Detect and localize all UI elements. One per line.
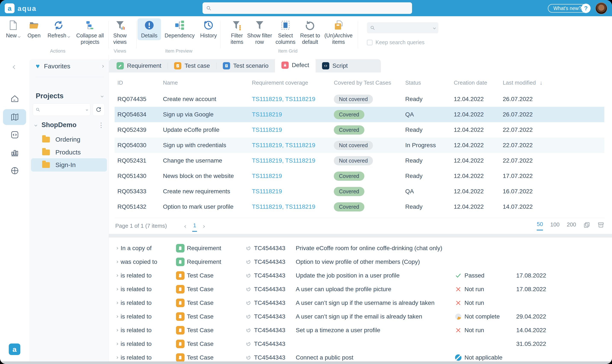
show-views-button[interactable]: Show views [108, 20, 132, 45]
item-id-link[interactable]: TC4544343 [254, 272, 285, 279]
coverage-links[interactable]: TS1118219, TS1118219 [252, 142, 334, 149]
item-id-link[interactable]: TC4544343 [254, 259, 285, 265]
item-id-link[interactable]: TC4544343 [254, 299, 285, 306]
reports-chart-icon[interactable] [10, 148, 20, 158]
new-button[interactable]: New [1, 20, 25, 39]
tab-test-scenario[interactable]: Test scenario [217, 59, 275, 72]
project-tree-root[interactable]: ShopDemo ⋮ [29, 120, 109, 130]
relation-row[interactable]: is related to Test Case TC4544343 Update… [115, 269, 606, 282]
col-header-modified[interactable]: Last modified↓ [503, 79, 604, 86]
expand-chevron-icon[interactable] [116, 329, 118, 331]
tab-requirement[interactable]: Requirement [110, 59, 168, 72]
sidebar-item-products[interactable]: Products [31, 146, 107, 159]
ribbon-search-input[interactable] [367, 22, 438, 33]
col-header-id[interactable]: ID [117, 79, 163, 86]
item-id-link[interactable]: TC4544343 [254, 354, 285, 361]
collapse-sidebar-button[interactable] [13, 66, 16, 69]
show-filter-row-button[interactable]: Show filter row [246, 20, 273, 45]
item-id-link[interactable]: TC4544343 [254, 327, 285, 334]
sidebar-item-ordering[interactable]: Ordering [31, 133, 107, 146]
table-row[interactable]: RQ051432 Option to mark user profile TS1… [115, 199, 604, 214]
next-page-button[interactable] [202, 225, 205, 228]
expand-chevron-icon[interactable] [116, 356, 118, 359]
relation-row[interactable]: is related to Test Case TC4544343 A user… [115, 282, 606, 296]
item-description[interactable]: Private eCoffe room for online coffe-dri… [296, 245, 455, 252]
item-description[interactable]: Set up a timezone a user profile [296, 327, 455, 334]
relation-row[interactable]: is related to Test Case TC4544343 [115, 337, 606, 351]
home-icon[interactable] [10, 94, 20, 104]
item-id-link[interactable]: TC4544343 [254, 340, 285, 347]
prev-page-button[interactable] [184, 225, 187, 228]
coverage-links[interactable]: TS1118219, TS1118219 [252, 96, 334, 103]
sidebar-item-sign-in[interactable]: Sign-In [31, 158, 107, 171]
favorites-section[interactable]: ♥ Favorites [29, 61, 109, 71]
page-size-200[interactable]: 200 [567, 221, 576, 230]
tab-test-case[interactable]: Test case [168, 59, 216, 72]
expand-chevron-icon[interactable] [116, 288, 118, 290]
kebab-menu-icon[interactable]: ⋮ [98, 121, 104, 129]
table-row[interactable]: RQ051430 News block on the website TS111… [115, 168, 604, 184]
filter-items-button[interactable]: Filter items [225, 20, 249, 45]
item-description[interactable]: Connect a public post [296, 354, 455, 361]
dependency-button[interactable]: Dependency [165, 20, 195, 39]
expand-chevron-icon[interactable] [116, 260, 118, 263]
expand-chevron-icon[interactable] [116, 274, 118, 277]
refresh-button[interactable]: Refresh [47, 20, 70, 39]
tab-defect[interactable]: Defect [275, 58, 316, 72]
col-header-created[interactable]: Creation date [454, 79, 503, 86]
relation-row[interactable]: is related to Test Case TC4544343 Set up… [115, 324, 606, 337]
global-search-input[interactable] [203, 2, 412, 14]
coverage-links[interactable]: TS1118219 [252, 127, 334, 133]
item-description[interactable]: Option to view profile of other members … [296, 259, 455, 265]
item-description[interactable]: Update the job position in a user profil… [296, 272, 455, 279]
table-row[interactable]: RQ052431 Change the username TS1118219, … [115, 153, 604, 168]
details-button[interactable]: Details [137, 18, 161, 40]
open-button[interactable]: Open [22, 20, 46, 39]
item-description[interactable]: A user can upload the profile picture [296, 286, 455, 293]
expand-chevron-icon[interactable] [116, 315, 118, 318]
item-description[interactable]: A user can’t sign up if the email is alr… [296, 313, 455, 320]
unarchive-items-button[interactable]: (Un)Archive items [323, 20, 354, 45]
table-row[interactable]: RQ074435 Create new account TS1118219, T… [115, 91, 604, 107]
page-size-50[interactable]: 50 [537, 221, 543, 231]
archive-icon[interactable] [598, 221, 604, 228]
projects-section-header[interactable]: Projects [29, 91, 109, 101]
keep-search-queries-checkbox[interactable]: Keep search queries [367, 39, 424, 46]
user-avatar[interactable] [595, 2, 607, 14]
relation-row[interactable]: is related to Test Case TC4544343 A user… [115, 296, 606, 310]
relation-row[interactable]: was copied to Requirement TC4544343 Opti… [115, 255, 606, 269]
expand-chevron-icon[interactable] [116, 302, 118, 304]
expand-chevron-icon[interactable] [116, 343, 118, 345]
col-header-covered[interactable]: Covered by Test Cases [334, 79, 405, 86]
item-id-link[interactable]: TC4544343 [254, 313, 285, 320]
tab-script[interactable]: Script [316, 59, 354, 72]
coverage-links[interactable]: TS1118219 [252, 188, 334, 195]
relation-row[interactable]: is related to Test Case TC4544343 A user… [115, 310, 606, 324]
coverage-links[interactable]: TS1118219 [252, 173, 334, 180]
page-size-100[interactable]: 100 [550, 221, 559, 230]
relation-row[interactable]: In a copy of Requirement TC4544343 Priva… [115, 241, 606, 255]
scripts-icon[interactable] [10, 130, 20, 140]
project-refresh-button[interactable] [93, 104, 105, 116]
coverage-links[interactable]: TS1118219 [252, 111, 334, 118]
page-number[interactable]: 1 [192, 221, 197, 232]
expand-chevron-icon[interactable] [116, 247, 118, 249]
select-columns-button[interactable]: Select columns [274, 20, 297, 45]
table-row[interactable]: RQ052439 Update eCoffe profile TS1118219… [115, 122, 604, 138]
apps-grid-icon[interactable] [10, 166, 20, 176]
col-header-status[interactable]: Status [405, 79, 454, 86]
item-description[interactable]: A user can’t sign up if the username is … [296, 299, 455, 306]
col-header-coverage[interactable]: Requirement coverage [252, 79, 334, 86]
item-id-link[interactable]: TC4544343 [254, 286, 285, 293]
history-button[interactable]: History [197, 20, 220, 39]
table-row[interactable]: RQ053433 Create new requirements TS11182… [115, 184, 604, 199]
item-id-link[interactable]: TC4544343 [254, 245, 285, 252]
project-search-input[interactable] [33, 104, 90, 116]
help-button[interactable]: ? [581, 4, 591, 13]
table-row[interactable]: RQ054634 Sign up via Google TS1118219 Co… [115, 107, 604, 122]
col-header-name[interactable]: Name [163, 79, 252, 86]
coverage-links[interactable]: TS1118219, TS1118219 [252, 203, 334, 210]
reset-to-default-button[interactable]: Reset to default [298, 20, 322, 45]
table-row[interactable]: RQ054030 Sign up with credentials TS1118… [115, 138, 604, 153]
projects-map-icon[interactable] [10, 112, 20, 122]
